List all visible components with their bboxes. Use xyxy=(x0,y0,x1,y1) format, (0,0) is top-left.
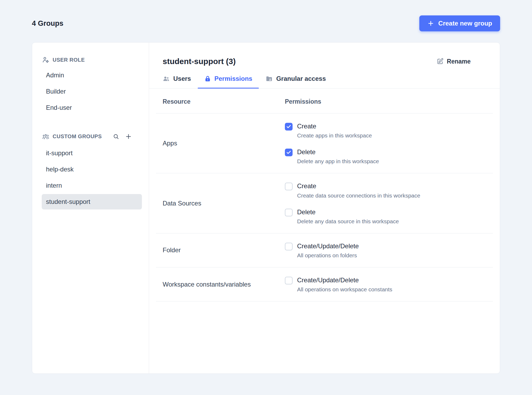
lock-icon xyxy=(204,75,211,82)
folder-icon xyxy=(265,75,273,82)
permission-description: Delete any app in this workspace xyxy=(297,158,379,165)
permission-item: Create Create apps in this workspace xyxy=(285,122,493,139)
sidebar-item-end-user[interactable]: End-user xyxy=(42,100,142,115)
sidebar-item-intern[interactable]: intern xyxy=(42,178,142,193)
permission-item: Delete Delete any data source in this wo… xyxy=(285,208,493,225)
resource-name: Data Sources xyxy=(163,200,285,207)
permission-item: Delete Delete any app in this workspace xyxy=(285,148,493,165)
user-role-header: USER ROLE xyxy=(42,55,142,65)
table-row: Apps Create Create apps in this workspac… xyxy=(156,114,493,173)
edit-pencil-icon xyxy=(437,58,444,65)
permission-description: All operations on workspace constants xyxy=(297,286,392,293)
sidebar-item-it-support[interactable]: it-support xyxy=(42,145,142,161)
permissions-column-header: Permissions xyxy=(285,98,321,105)
table-row: Folder Create/Update/Delete All operatio… xyxy=(156,233,493,267)
permission-description: Delete any data source in this workspace xyxy=(297,218,399,225)
rename-label: Rename xyxy=(447,58,471,65)
sidebar: USER ROLE Admin Builder End-user CUSTOM … xyxy=(32,43,149,373)
tab-users-label: Users xyxy=(173,75,191,82)
resource-name: Workspace constants/variables xyxy=(163,281,285,288)
custom-groups-icon xyxy=(42,133,49,140)
tab-permissions[interactable]: Permissions xyxy=(198,73,259,88)
sidebar-item-help-desk[interactable]: help-desk xyxy=(42,162,142,177)
custom-groups-header: CUSTOM GROUPS xyxy=(42,130,142,143)
sidebar-item-admin[interactable]: Admin xyxy=(42,68,142,83)
permission-label: Create/Update/Delete xyxy=(297,242,359,250)
user-role-label: USER ROLE xyxy=(53,57,85,63)
group-detail-panel: student-support (3) Rename xyxy=(149,43,500,373)
table-row: Workspace constants/variables Create/Upd… xyxy=(156,267,493,301)
apps-create-checkbox[interactable] xyxy=(285,123,293,131)
check-icon xyxy=(286,124,291,129)
tab-permissions-label: Permissions xyxy=(214,75,252,82)
resource-name: Folder xyxy=(163,246,285,254)
resource-column-header: Resource xyxy=(163,98,285,105)
permission-description: Create apps in this workspace xyxy=(297,132,372,139)
folder-cud-checkbox[interactable] xyxy=(285,243,293,250)
table-header: Resource Permissions xyxy=(156,89,493,114)
tabs: Users Permissions xyxy=(149,73,500,89)
search-icon xyxy=(113,133,119,140)
permission-label: Delete xyxy=(297,148,379,156)
workspace-constants-cud-checkbox[interactable] xyxy=(285,277,293,284)
sidebar-item-student-support[interactable]: student-support xyxy=(42,194,142,209)
permission-label: Delete xyxy=(297,208,399,216)
permission-label: Create/Update/Delete xyxy=(297,276,392,284)
permission-description: Create data source connections in this w… xyxy=(297,192,420,199)
rename-button[interactable]: Rename xyxy=(437,58,471,65)
table-row: Data Sources Create Create data source c… xyxy=(156,173,493,233)
tab-users[interactable]: Users xyxy=(156,73,198,88)
plus-icon xyxy=(125,133,132,140)
user-role-icon xyxy=(42,56,49,63)
tab-granular-access-label: Granular access xyxy=(276,75,326,82)
custom-groups-label: CUSTOM GROUPS xyxy=(53,133,102,140)
resource-name: Apps xyxy=(163,140,285,147)
search-groups-button[interactable] xyxy=(112,132,120,141)
permission-label: Create xyxy=(297,122,372,130)
permission-description: All operations on folders xyxy=(297,252,359,259)
datasources-create-checkbox[interactable] xyxy=(285,183,293,190)
page-title: 4 Groups xyxy=(32,19,64,28)
permission-item: Create Create data source connections in… xyxy=(285,182,493,199)
sidebar-item-builder[interactable]: Builder xyxy=(42,84,142,99)
create-new-group-button[interactable]: Create new group xyxy=(419,15,500,31)
top-bar: 4 Groups Create new group xyxy=(0,0,532,31)
check-icon xyxy=(286,150,291,155)
datasources-delete-checkbox[interactable] xyxy=(285,209,293,216)
permission-item: Create/Update/Delete All operations on w… xyxy=(285,276,493,293)
group-title: student-support (3) xyxy=(163,57,236,66)
tab-granular-access[interactable]: Granular access xyxy=(259,73,332,88)
create-new-group-label: Create new group xyxy=(438,20,492,27)
apps-delete-checkbox[interactable] xyxy=(285,149,293,156)
plus-icon xyxy=(427,20,434,27)
users-icon xyxy=(163,75,170,82)
panel-header: student-support (3) Rename xyxy=(149,43,500,66)
permission-label: Create xyxy=(297,182,420,190)
permission-item: Create/Update/Delete All operations on f… xyxy=(285,242,493,259)
add-group-button[interactable] xyxy=(124,132,133,141)
groups-card: USER ROLE Admin Builder End-user CUSTOM … xyxy=(32,42,500,374)
